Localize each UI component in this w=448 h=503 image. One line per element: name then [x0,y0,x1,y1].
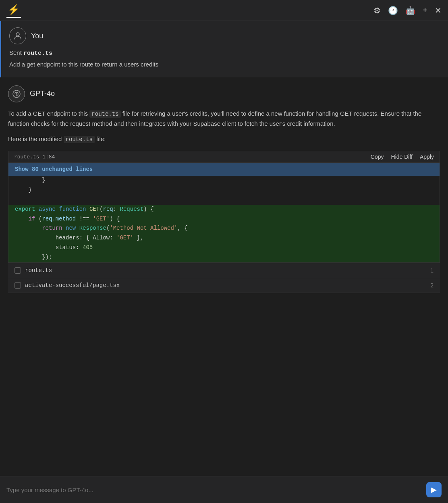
code-line: export async function GET(req: Request) … [8,205,440,214]
file-left: activate-successful/page.tsx [15,282,120,289]
message-input[interactable] [6,486,421,493]
file-number-activate: 2 [430,282,433,289]
gpt-paragraph1: To add a GET endpoint to this route.ts f… [8,109,440,129]
send-icon: ▶ [431,485,437,494]
send-button[interactable]: ▶ [426,482,442,497]
file-checkbox-activate[interactable] [15,282,21,289]
chat-area: You Sent route.ts Add a get endpoint to … [0,21,448,476]
code-line: } [8,176,440,185]
code-line: return new Response('Method Not Allowed'… [8,224,440,233]
gpt-name: GPT-4o [30,89,55,98]
hide-diff-button[interactable]: Hide Diff [391,154,413,160]
apply-button[interactable]: Apply [420,154,434,160]
user-message-text: Add a get endpoint to this route to retu… [9,60,440,69]
file-item-activate[interactable]: activate-successful/page.tsx 2 [8,278,440,293]
header: ⚡ ⚙ 🕐 🤖 + ✕ [0,0,448,21]
history-icon[interactable]: 🕐 [388,6,398,15]
code-line: headers: { Allow: 'GET' }, [8,233,440,243]
file-item-route[interactable]: route.ts 1 [8,263,440,278]
code-line: } [8,185,440,195]
gpt-avatar [8,85,25,102]
input-area: ▶ [0,476,448,503]
logo-icon: ⚡ [8,4,20,15]
file-list: route.ts 1 activate-successful/page.tsx … [8,263,440,293]
code-block: route.ts 1:84 Copy Hide Diff Apply Show … [8,151,440,262]
inline-code-routets: route.ts [89,110,120,118]
gpt-paragraph2: Here is the modified route.ts file: [8,134,440,144]
inline-code-routets2: route.ts [64,136,95,143]
sent-file-label: Sent route.ts [9,49,440,57]
sent-filename: route.ts [23,50,52,57]
user-message-block: You Sent route.ts Add a get endpoint to … [0,21,448,77]
unchanged-lines-bar[interactable]: Show 80 unchanged lines [8,163,440,176]
gpt-message-block: GPT-4o To add a GET endpoint to this rou… [0,77,448,293]
file-left: route.ts [15,267,52,274]
code-line: status: 405 [8,243,440,253]
settings-icon[interactable]: ⚙ [373,6,381,15]
svg-point-2 [16,93,17,94]
code-filename: route.ts 1:84 [14,154,55,160]
file-checkbox-route[interactable] [15,267,21,274]
persona-icon[interactable]: 🤖 [405,6,415,15]
user-header: You [9,27,440,44]
copy-button[interactable]: Copy [371,154,384,160]
gpt-header: GPT-4o [8,85,440,102]
svg-point-0 [16,33,19,36]
close-icon[interactable]: ✕ [435,6,442,15]
add-icon[interactable]: + [423,6,427,15]
user-avatar [9,27,26,44]
code-line: }); [8,253,440,262]
code-header: route.ts 1:84 Copy Hide Diff Apply [8,151,440,163]
code-actions: Copy Hide Diff Apply [371,154,434,160]
file-name-activate: activate-successful/page.tsx [25,282,120,289]
file-name-route: route.ts [25,267,52,274]
header-actions: ⚙ 🕐 🤖 + ✕ [373,6,442,15]
app-logo[interactable]: ⚡ [6,3,21,18]
code-line [8,195,440,205]
code-line: if (req.method !== 'GET') { [8,214,440,224]
file-number-route: 1 [430,267,433,274]
user-name: You [31,32,43,40]
code-diff: } } export async function GET(req: Reque… [8,176,440,262]
